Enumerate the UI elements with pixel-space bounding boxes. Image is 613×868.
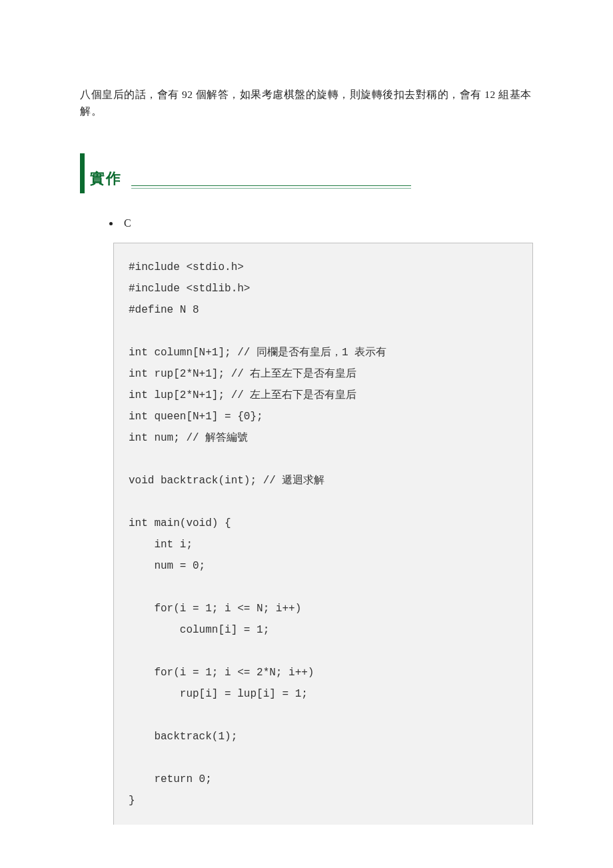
intro-paragraph: 八個皇后的話，會有 92 個解答，如果考慮棋盤的旋轉，則旋轉後扣去對稱的，會有 … bbox=[80, 87, 533, 120]
language-list: C bbox=[120, 217, 533, 229]
document-page: 八個皇后的話，會有 92 個解答，如果考慮棋盤的旋轉，則旋轉後扣去對稱的，會有 … bbox=[0, 0, 613, 865]
language-label: C bbox=[124, 217, 131, 229]
list-item: C bbox=[120, 217, 533, 229]
section-header: 實作 bbox=[80, 153, 533, 193]
code-block: #include <stdio.h> #include <stdlib.h> #… bbox=[113, 243, 533, 825]
section-underline bbox=[131, 185, 411, 189]
section-title: 實作 bbox=[90, 169, 131, 193]
section-accent-bar bbox=[80, 153, 85, 193]
